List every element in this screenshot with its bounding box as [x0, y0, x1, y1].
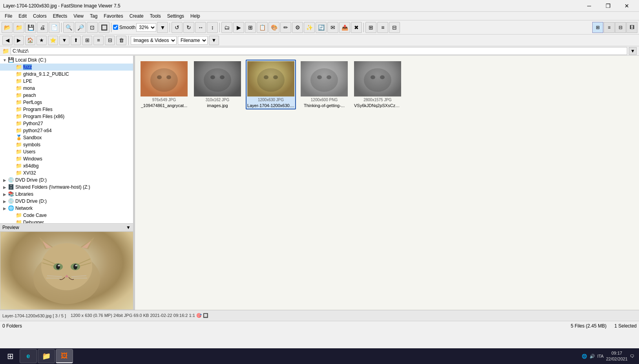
taskbar-edge[interactable]: e — [20, 349, 37, 363]
tree-toggle[interactable]: ▶ — [2, 206, 8, 211]
zoom-dropdown-button[interactable]: ▼ — [157, 22, 168, 33]
menu-item-tools[interactable]: Tools — [147, 13, 164, 20]
thumb-options-button[interactable]: ⊞ — [82, 36, 92, 45]
zoom-in-button[interactable]: 🔍 — [63, 22, 74, 33]
delete-toolbar-button[interactable]: 🗑 — [116, 36, 126, 45]
grid-button[interactable]: ⊞ — [365, 22, 376, 33]
sidebar-item-codecave[interactable]: 📁Code Cave — [0, 212, 133, 219]
effects-button[interactable]: ✨ — [304, 22, 315, 33]
sidebar-item-mona[interactable]: 📁mona — [0, 85, 133, 92]
taskbar-notification-button[interactable]: 🗨 — [630, 354, 634, 359]
sidebar-item-users[interactable]: 📁Users — [0, 148, 133, 155]
flip-v-button[interactable]: ↕ — [207, 22, 218, 33]
save-button[interactable]: 💾 — [25, 22, 36, 33]
sidebar-item-symbols[interactable]: 📁symbols — [0, 141, 133, 148]
sidebar-item-debugger[interactable]: 📁Debugger — [0, 219, 133, 223]
thumb-item-img2[interactable]: 310x162 JPGimages.jpg — [192, 60, 243, 109]
browse-button[interactable]: 🗂 — [221, 22, 232, 33]
settings-toolbar-button[interactable]: ⚙ — [292, 22, 303, 33]
menu-item-edit[interactable]: Edit — [15, 13, 30, 20]
print-button[interactable]: 🖨 — [37, 22, 48, 33]
sidebar-item-network[interactable]: ▶🌐Network — [0, 205, 133, 212]
fav-menu-button[interactable]: ▼ — [59, 36, 69, 45]
detail-options-button[interactable]: ≡ — [93, 36, 104, 45]
tree-toggle[interactable]: ▶ — [2, 192, 8, 197]
sort-select[interactable]: Filename — [178, 36, 208, 45]
sidebar-item-programfilesx86[interactable]: 📁Program Files (x86) — [0, 113, 133, 120]
address-input[interactable] — [11, 47, 627, 55]
sidebar-item-peach[interactable]: 📁peach — [0, 92, 133, 99]
tree-toggle[interactable]: ▼ — [2, 58, 8, 62]
tree-toggle[interactable]: ▶ — [2, 199, 8, 204]
sidebar-item-ghidra[interactable]: 📁ghidra_9.1.2_PUBLIC — [0, 71, 133, 78]
open-folder-button[interactable]: 📁 — [13, 22, 24, 33]
menu-item-colors[interactable]: Colors — [30, 13, 50, 20]
thumb-item-img1[interactable]: 976x549 JPG_109474861_angrycat... — [139, 60, 189, 109]
delete-button[interactable]: ✖ — [351, 22, 362, 33]
tree-toggle[interactable]: ▶ — [2, 185, 8, 189]
thumb-view-button[interactable]: ⊞ — [592, 22, 603, 33]
sidebar-item-lpe[interactable]: 📁LPE — [0, 78, 133, 85]
start-button[interactable]: ⊞ — [2, 349, 19, 363]
filmstrip-button[interactable]: 🎞 — [626, 22, 637, 33]
add-fav-button[interactable]: ★ — [37, 36, 47, 45]
home-button[interactable]: 🏠 — [25, 36, 35, 45]
thumbnail-button[interactable]: ⊟ — [389, 22, 400, 33]
restore-button[interactable]: ❐ — [599, 0, 617, 12]
menu-item-effects[interactable]: Effects — [50, 13, 70, 20]
sidebar-item-xvi32[interactable]: 📁XVI32 — [0, 169, 133, 177]
flip-h-button[interactable]: ↔ — [195, 22, 206, 33]
zoom-select[interactable]: 32% — [136, 23, 156, 32]
menu-item-help[interactable]: Help — [187, 13, 203, 20]
detail-button[interactable]: ≡ — [377, 22, 388, 33]
back-button[interactable]: ◀ — [2, 36, 13, 45]
small-thumb-button[interactable]: ⊟ — [615, 22, 626, 33]
detail-view-button[interactable]: ≡ — [604, 22, 615, 33]
sidebar-item-dvd-d2[interactable]: ▶💿DVD Drive (D:) — [0, 198, 133, 205]
sidebar-item-x64dbg[interactable]: 📁x64dbg — [0, 162, 133, 169]
lossless-button[interactable]: 🔄 — [316, 22, 327, 33]
zoom-out-button[interactable]: 🔎 — [75, 22, 86, 33]
menu-item-tag[interactable]: Tag — [87, 13, 100, 20]
sidebar-item-sandbox[interactable]: 🏅Sandbox — [0, 134, 133, 141]
minimize-button[interactable]: ─ — [580, 0, 598, 12]
tile-button[interactable]: ⊟ — [105, 36, 115, 45]
forward-button[interactable]: ▶ — [14, 36, 24, 45]
menu-item-favorites[interactable]: Favorites — [100, 13, 126, 20]
menu-item-view[interactable]: View — [70, 13, 87, 20]
address-dropdown-button[interactable]: ▼ — [629, 47, 637, 55]
smooth-checkbox[interactable] — [113, 25, 118, 30]
menu-item-settings[interactable]: Settings — [164, 13, 187, 20]
menu-item-create[interactable]: Create — [126, 13, 147, 20]
slideshow-button[interactable]: ▶ — [233, 22, 244, 33]
sidebar-item-windows[interactable]: 📁Windows — [0, 155, 133, 162]
open-button2[interactable]: 📄 — [49, 22, 60, 33]
sidebar-item-programfiles[interactable]: 📁Program Files — [0, 106, 133, 113]
up-button[interactable]: ⬆ — [71, 36, 81, 45]
menu-item-file[interactable]: File — [2, 13, 15, 20]
fit-button[interactable]: ⊡ — [87, 22, 98, 33]
tools-button1[interactable]: ✏ — [280, 22, 291, 33]
batch-button[interactable]: 📋 — [257, 22, 268, 33]
rotate-right-button[interactable]: ↻ — [183, 22, 194, 33]
sort-dropdown-button[interactable]: ▼ — [209, 36, 219, 45]
taskbar-explorer[interactable]: 📁 — [38, 349, 55, 363]
color-button[interactable]: 🎨 — [268, 22, 279, 33]
thumb-item-img4[interactable]: 1200x600 PNGThinking-of-getting-... — [299, 60, 349, 109]
open-file-button[interactable]: 📂 — [2, 22, 13, 33]
filter-select[interactable]: Images & Videos — [131, 36, 177, 45]
zoom-button[interactable]: 🔲 — [99, 22, 110, 33]
thumb-item-img3[interactable]: 1200x630 JPGLayer-1704-1200x630.... — [246, 60, 296, 109]
thumb-item-img5[interactable]: 2800x1575 JPGVSy6kJDNq2pSXsCzb... — [352, 60, 403, 109]
close-button[interactable]: ✕ — [618, 0, 636, 12]
email-button[interactable]: ✉ — [327, 22, 338, 33]
sidebar-item-local-c[interactable]: ▼💾Local Disk (C:) — [0, 56, 133, 64]
share-button[interactable]: 📤 — [339, 22, 350, 33]
preview-collapse-button[interactable]: ▼ — [126, 225, 131, 230]
compare-button[interactable]: ⊞ — [245, 22, 256, 33]
taskbar-fsviewer[interactable]: 🖼 — [56, 349, 73, 363]
manage-fav-button[interactable]: ⭐ — [48, 36, 58, 45]
sidebar-item-dvd-d[interactable]: ▶💿DVD Drive (D:) — [0, 177, 133, 184]
tree-toggle[interactable]: ▶ — [2, 178, 8, 182]
sidebar-item-shared[interactable]: ▶🗄️Shared Folders (\\vmware-host) (Z:) — [0, 184, 133, 191]
